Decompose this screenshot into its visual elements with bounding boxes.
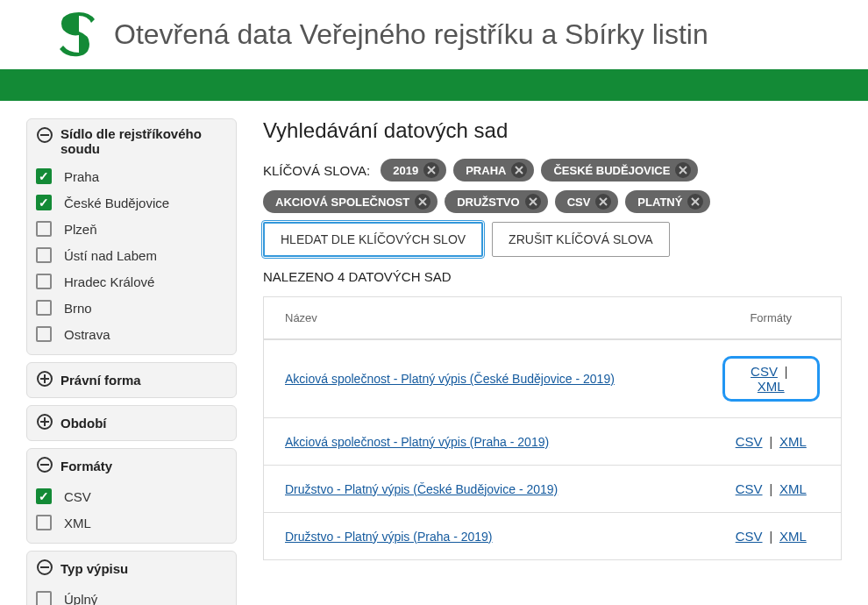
filter-item[interactable]: Plzeň [36, 216, 227, 242]
collapse-icon [36, 456, 53, 476]
chip-label: AKCIOVÁ SPOLEČNOST [275, 196, 409, 209]
csv-link[interactable]: CSV [736, 434, 763, 449]
filter-title: Sídlo dle rejstříkového soudu [60, 126, 227, 156]
dataset-link[interactable]: Akciová společnost - Platný výpis (Praha… [285, 435, 549, 449]
keyword-chip: PRAHA [453, 159, 534, 182]
navbar [0, 69, 868, 101]
format-separator: | [763, 482, 779, 496]
button-row: HLEDAT DLE KLÍČOVÝCH SLOV ZRUŠIT KLÍČOVÁ… [263, 222, 842, 257]
format-separator: | [778, 365, 792, 379]
keyword-chip: ČESKÉ BUDĚJOVICE [541, 159, 698, 182]
xml-link[interactable]: XML [779, 434, 807, 449]
format-separator: | [763, 530, 779, 544]
collapse-icon [36, 559, 53, 579]
filter-header[interactable]: Formáty [27, 449, 236, 483]
remove-chip-icon[interactable] [511, 162, 527, 178]
checkbox[interactable] [36, 515, 52, 530]
filter-item-label: Brno [64, 301, 92, 316]
csv-link[interactable]: CSV [736, 481, 763, 496]
results-table: Název Formáty Akciová společnost - Platn… [263, 296, 842, 560]
logo [53, 11, 101, 59]
filter-item[interactable]: XML [36, 509, 227, 536]
filter-item-label: CSV [64, 489, 91, 504]
formats-wrap: CSV | XML [736, 482, 807, 496]
filter-item[interactable]: Úplný [36, 586, 227, 605]
table-row: Akciová společnost - Platný výpis (České… [264, 339, 842, 418]
collapse-icon [36, 126, 53, 146]
filter-item-label: Praha [64, 169, 99, 184]
chip-label: CSV [567, 196, 591, 209]
dataset-link[interactable]: Družstvo - Platný výpis (Praha - 2019) [285, 530, 493, 544]
column-header-formats: Formáty [701, 297, 842, 340]
xml-link[interactable]: XML [779, 481, 807, 496]
chip-label: PLATNÝ [637, 196, 682, 209]
keyword-chip: 2019 [381, 159, 446, 182]
expand-icon [36, 413, 53, 433]
remove-chip-icon[interactable] [415, 194, 430, 210]
filter-title: Právní forma [60, 373, 141, 388]
checkbox[interactable]: ✓ [36, 168, 52, 184]
result-count: NALEZENO 4 DATOVÝCH SAD [263, 269, 842, 284]
filter-header[interactable]: Období [27, 406, 236, 440]
keywords-row: KLÍČOVÁ SLOVA: 2019PRAHAČESKÉ BUDĚJOVICE [263, 159, 842, 182]
filter-item[interactable]: Hradec Králové [36, 268, 227, 295]
app-title: Otevřená data Veřejného rejstříku a Sbír… [114, 18, 708, 51]
filter-item-label: XML [64, 516, 91, 530]
page-title: Vyhledávání datových sad [263, 118, 842, 143]
search-button[interactable]: HLEDAT DLE KLÍČOVÝCH SLOV [263, 222, 483, 257]
filter-item-label: Hradec Králové [64, 274, 154, 289]
table-row: Akciová společnost - Platný výpis (Praha… [264, 418, 842, 466]
checkbox[interactable] [36, 326, 52, 342]
remove-chip-icon[interactable] [675, 162, 691, 178]
remove-chip-icon[interactable] [687, 194, 703, 210]
csv-link[interactable]: CSV [736, 529, 763, 544]
remove-chip-icon[interactable] [423, 162, 439, 178]
keywords-label: KLÍČOVÁ SLOVA: [263, 163, 370, 178]
filter-item-label: Ústí nad Labem [64, 248, 157, 263]
checkbox[interactable] [36, 247, 52, 263]
xml-link[interactable]: XML [758, 379, 785, 394]
dataset-link[interactable]: Družstvo - Platný výpis (České Budějovic… [285, 482, 558, 496]
dataset-link[interactable]: Akciová společnost - Platný výpis (České… [285, 372, 615, 386]
xml-link[interactable]: XML [779, 529, 807, 544]
sidebar: Sídlo dle rejstříkového soudu✓Praha✓Česk… [26, 118, 237, 605]
checkbox[interactable] [36, 274, 52, 289]
remove-chip-icon[interactable] [525, 194, 541, 210]
filter-item-label: Ostrava [64, 327, 110, 342]
keyword-chip: CSV [555, 190, 619, 213]
chip-label: DRUŽSTVO [457, 196, 520, 209]
filter-item[interactable]: ✓Praha [36, 163, 227, 189]
csv-link[interactable]: CSV [751, 364, 778, 379]
checkbox[interactable] [36, 591, 52, 605]
filter-section: Sídlo dle rejstříkového soudu✓Praha✓Česk… [26, 118, 237, 355]
filter-item[interactable]: ✓CSV [36, 483, 227, 509]
filter-item[interactable]: ✓České Budějovice [36, 189, 227, 216]
chip-label: 2019 [393, 164, 418, 177]
filter-header[interactable]: Právní forma [27, 363, 236, 397]
chip-label: ČESKÉ BUDĚJOVICE [553, 164, 670, 177]
formats-wrap: CSV | XML [736, 530, 807, 544]
filter-item[interactable]: Brno [36, 295, 227, 321]
filter-section: Typ výpisuÚplný✓Platný [26, 551, 237, 605]
table-row: Družstvo - Platný výpis (České Budějovic… [264, 466, 842, 513]
clear-keywords-button[interactable]: ZRUŠIT KLÍČOVÁ SLOVA [492, 222, 669, 257]
checkbox[interactable]: ✓ [36, 195, 52, 210]
filter-item-label: Úplný [64, 592, 97, 606]
table-row: Družstvo - Platný výpis (Praha - 2019)CS… [264, 513, 842, 560]
filter-header[interactable]: Sídlo dle rejstříkového soudu [27, 119, 236, 163]
checkbox[interactable]: ✓ [36, 488, 52, 504]
filter-header[interactable]: Typ výpisu [27, 552, 236, 586]
format-separator: | [763, 435, 779, 449]
keyword-chip: DRUŽSTVO [445, 190, 548, 213]
keyword-chip: PLATNÝ [625, 190, 710, 213]
filter-item[interactable]: Ústí nad Labem [36, 242, 227, 268]
filter-item-label: České Budějovice [64, 196, 169, 210]
formats-highlight: CSV | XML [722, 356, 821, 402]
checkbox[interactable] [36, 221, 52, 237]
filter-item-label: Plzeň [64, 222, 97, 237]
formats-wrap: CSV | XML [736, 435, 807, 449]
filter-item[interactable]: Ostrava [36, 321, 227, 347]
remove-chip-icon[interactable] [595, 194, 611, 210]
column-header-name: Název [264, 297, 701, 340]
checkbox[interactable] [36, 300, 52, 316]
